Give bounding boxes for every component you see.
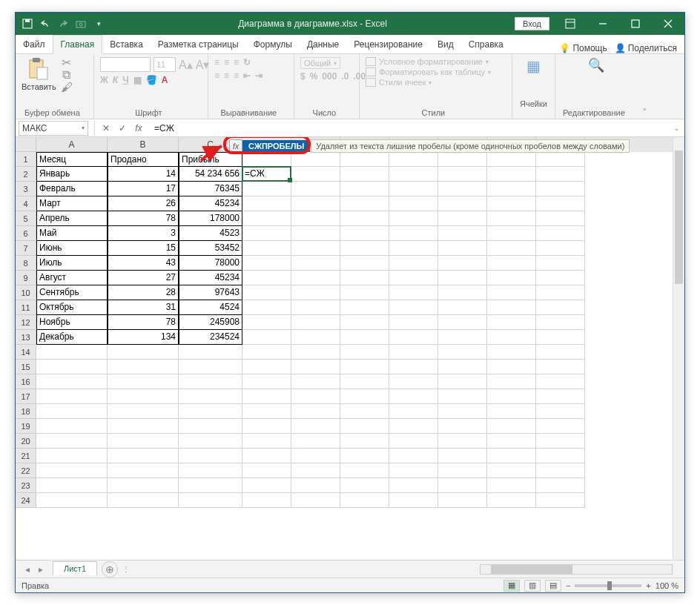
cell[interactable] [340,182,389,196]
tab-home[interactable]: Главная [53,35,103,54]
cell[interactable] [291,152,340,167]
cell[interactable] [340,463,389,478]
increase-font-icon[interactable]: A▴ [179,58,193,72]
cell[interactable] [108,404,179,419]
cell[interactable] [438,374,487,389]
cell[interactable] [487,256,536,271]
cell[interactable] [36,404,108,419]
cell[interactable] [487,434,536,449]
cell[interactable] [340,360,389,374]
cell[interactable] [291,493,340,508]
align-left-icon[interactable]: ≡ [214,70,219,81]
column-header[interactable]: B [108,137,179,152]
cell[interactable]: 43 [108,256,179,271]
vertical-scrollbar[interactable] [673,137,684,578]
cell[interactable] [438,285,487,300]
tab-formulas[interactable]: Формулы [246,36,300,53]
font-size-select[interactable] [153,57,176,72]
cell[interactable] [340,389,389,404]
save-icon[interactable] [22,18,33,30]
cell[interactable] [242,374,291,389]
cell[interactable] [291,226,340,241]
cell[interactable] [242,196,291,211]
row-header[interactable]: 16 [16,374,36,389]
spreadsheet-grid[interactable]: ABCDEFGHIJ 12345678910111213141516171819… [16,137,684,578]
cell[interactable]: Месяц [36,152,108,167]
cell[interactable] [536,182,585,196]
zoom-thumb[interactable] [607,581,612,590]
cell[interactable] [536,211,585,226]
cell[interactable] [487,196,536,211]
row-header[interactable]: 13 [16,330,36,345]
cell[interactable] [536,419,585,434]
cell[interactable] [291,374,340,389]
cell[interactable]: 78 [108,315,179,330]
cell[interactable] [179,493,242,508]
cell[interactable] [340,226,389,241]
cell[interactable] [487,493,536,508]
cell[interactable] [487,389,536,404]
cell[interactable]: Июль [36,256,108,271]
cell[interactable] [340,419,389,434]
cell[interactable] [438,315,487,330]
cell[interactable] [36,478,108,493]
cell[interactable] [438,493,487,508]
cell[interactable] [242,404,291,419]
cell[interactable] [438,419,487,434]
cell[interactable]: Прибыль [179,152,242,167]
cell[interactable] [291,256,340,271]
row-header[interactable]: 24 [16,493,36,508]
cell[interactable]: 97643 [179,285,242,300]
expand-formula-bar-icon[interactable]: ⌄ [670,125,684,132]
cell[interactable]: 134 [108,330,179,345]
align-right-icon[interactable]: ≡ [234,70,239,81]
cell[interactable]: 234524 [179,330,242,345]
cell[interactable]: Июнь [36,241,108,256]
cell[interactable] [389,493,438,508]
tell-me[interactable]: 💡Помощь [559,43,607,53]
row-header[interactable]: 1 [16,152,36,167]
zoom-out-button[interactable]: − [566,581,570,590]
cell[interactable] [242,271,291,285]
cell[interactable] [487,345,536,360]
cell[interactable] [438,256,487,271]
cell[interactable] [340,241,389,256]
cell[interactable]: Март [36,196,108,211]
cell[interactable] [389,271,438,285]
cell[interactable] [36,419,108,434]
row-header[interactable]: 15 [16,360,36,374]
row-header[interactable]: 11 [16,300,36,315]
cell[interactable] [108,463,179,478]
tab-review[interactable]: Рецензирование [346,36,430,53]
align-middle-icon[interactable]: ≡ [224,57,229,67]
cell[interactable] [108,449,179,463]
cell[interactable]: =СЖ [242,167,291,182]
function-suggestion[interactable]: СЖПРОБЕЛЫ [242,140,310,152]
cell[interactable] [438,182,487,196]
cell[interactable]: 45234 [179,196,242,211]
cell[interactable] [242,226,291,241]
cell[interactable] [389,241,438,256]
cell[interactable] [36,434,108,449]
camera-icon[interactable] [75,18,87,30]
cancel-formula-button[interactable]: ✕ [98,123,114,133]
cell[interactable] [36,345,108,360]
row-header[interactable]: 22 [16,463,36,478]
cell[interactable] [340,315,389,330]
cell[interactable] [389,374,438,389]
cell[interactable] [536,493,585,508]
cell[interactable] [438,167,487,182]
cell[interactable] [438,226,487,241]
ribbon-options-button[interactable] [554,13,587,35]
cell[interactable] [438,330,487,345]
cell[interactable] [36,360,108,374]
cells-icon[interactable]: ▦ [526,57,541,75]
cell[interactable] [438,463,487,478]
cell[interactable] [242,389,291,404]
cell[interactable] [389,285,438,300]
cell[interactable] [291,478,340,493]
horizontal-scrollbar[interactable] [480,564,673,575]
cell[interactable] [179,419,242,434]
cell[interactable] [389,330,438,345]
cell[interactable] [389,196,438,211]
